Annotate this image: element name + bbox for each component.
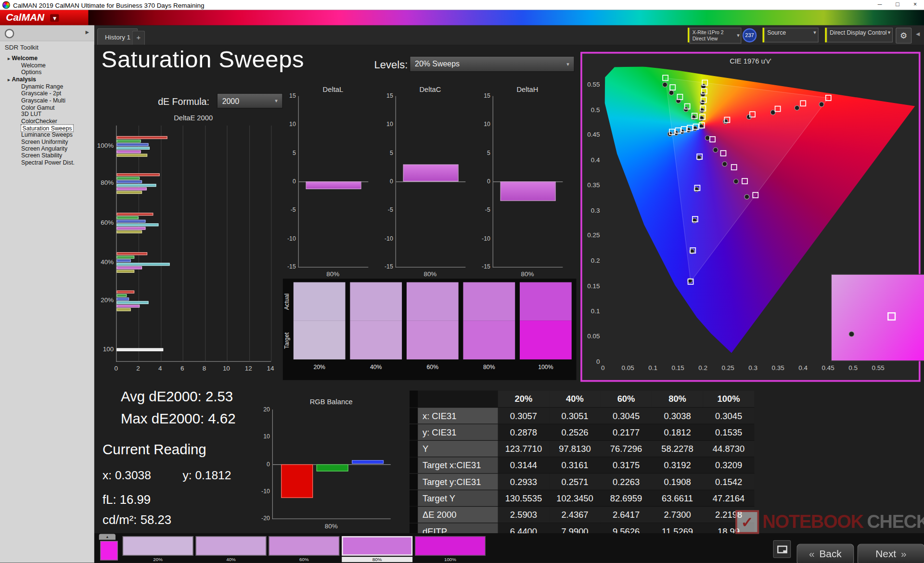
sidebar-item-screen-angularity[interactable]: Screen Angularity — [0, 145, 94, 152]
de-formula-dropdown[interactable]: 2000 ▾ — [217, 93, 283, 108]
tray-handle[interactable]: ▴ — [99, 534, 116, 539]
app-icon — [2, 1, 10, 9]
sidebar-item-grayscale-multi[interactable]: Grayscale - Multi — [0, 97, 94, 104]
measured-point — [744, 194, 749, 199]
display-control-dropdown[interactable]: Direct Display Control ▾ — [827, 28, 893, 43]
sidebar-item-luminance-sweeps[interactable]: Luminance Sweeps — [0, 131, 94, 138]
y-tick-label: -15 — [477, 263, 490, 269]
gridline — [139, 126, 139, 361]
deltae-plot — [116, 126, 271, 362]
sidebar-group-label: Welcome — [12, 55, 38, 61]
target-swatch — [350, 320, 402, 359]
display-layout-button[interactable] — [773, 540, 791, 558]
cie-y-tick-label: 0.3 — [583, 206, 600, 214]
sidebar-item-options[interactable]: Options — [0, 69, 94, 76]
watermark-text: NOTEBOOK — [762, 512, 863, 533]
deltae-bar-yellow — [116, 230, 142, 233]
table-value: 0.3038 — [652, 408, 703, 423]
sidebar-item-grayscale-2pt[interactable]: Grayscale - 2pt — [0, 90, 94, 97]
y-tick-label: 15 — [283, 92, 296, 99]
chevron-down-icon: ▾ — [888, 29, 891, 35]
levels-dropdown[interactable]: 20% Sweeps ▾ — [410, 56, 575, 72]
source-label: Source — [767, 29, 786, 36]
actual-swatch — [294, 282, 346, 321]
cie-y-tick-label: 0.2 — [583, 257, 600, 264]
cie-y-tick-label: 0 — [583, 358, 600, 365]
sidebar-group-welcome[interactable]: ▸Welcome — [0, 54, 94, 62]
patch-80[interactable]: 80% — [342, 535, 412, 563]
tree-arrow-icon: ▸ — [8, 77, 10, 83]
sidebar-item-label: Luminance Sweeps — [21, 131, 73, 138]
patch-60[interactable]: 60% — [269, 535, 339, 563]
de-formula-value: 2000 — [222, 96, 239, 105]
sidebar-collapse-arrow-icon[interactable]: ► — [84, 29, 90, 35]
levels-label: Levels: — [374, 59, 408, 71]
sidebar-item-welcome[interactable]: Welcome — [0, 62, 94, 69]
x-tick-label: 4 — [154, 365, 166, 372]
x-tick-label: 10 — [220, 365, 232, 372]
deltae-bar-red — [116, 290, 134, 293]
measurement-count-badge: 237 — [743, 28, 757, 42]
sidebar-item-screen-stability[interactable]: Screen Stability — [0, 152, 94, 159]
sidebar-item-dynamic-range[interactable]: Dynamic Range — [0, 83, 94, 90]
next-button[interactable]: Next » — [858, 544, 924, 563]
source-dropdown[interactable]: Source ▾ — [764, 28, 819, 43]
deltae-bar-red — [116, 212, 153, 215]
tab-history-label: History 1 — [105, 33, 130, 40]
patch-20[interactable]: 20% — [123, 535, 193, 563]
target-swatch — [463, 320, 515, 359]
cie-x-tick-label: 0.45 — [820, 364, 836, 371]
table-value: 0.1535 — [703, 424, 755, 440]
deltae-bar-yellow — [116, 308, 131, 311]
deltae-bar-magenta — [116, 227, 145, 230]
actual-swatch — [520, 282, 572, 321]
collapse-panel-icon[interactable]: ◄ — [914, 30, 921, 37]
settings-gear-button[interactable]: ⚙ — [896, 28, 911, 44]
cie-x-tick-label: 0.05 — [619, 364, 636, 371]
sidebar-item-colorchecker[interactable]: ColorChecker — [0, 118, 94, 125]
sidebar-item-spectral-power-dist[interactable]: Spectral Power Dist. — [0, 159, 94, 166]
table-row: ΔE 20002.59032.43672.64172.73002.2198 — [410, 507, 754, 523]
calman-app-window: CalMAN 2019 CalMAN Ultimate for Business… — [0, 0, 924, 563]
chart-deltac: DeltaC151050-5-10-1580% — [380, 86, 469, 283]
current-x-value: x: 0.3038 — [103, 468, 151, 482]
calman-logo-button[interactable]: CalMAN ▾ — [0, 10, 89, 26]
y-tick-label: 10 — [283, 121, 296, 127]
measured-point — [705, 136, 710, 141]
minimize-button[interactable]: ─ — [871, 0, 889, 10]
y-tick-label: -10 — [477, 235, 490, 241]
table-row: y: CIE310.28780.25260.21770.18120.1535 — [410, 424, 754, 441]
meter-dropdown[interactable]: X-Rite i1Pro 2 Direct View ▾ — [690, 28, 742, 44]
maximize-button[interactable]: □ — [889, 0, 907, 10]
sidebar-item-saturation-sweeps[interactable]: Saturation Sweeps — [0, 125, 94, 131]
close-button[interactable]: × — [906, 0, 924, 10]
sidebar: ► SDR Toolkit ▸WelcomeWelcomeOptions▸Ana… — [0, 26, 94, 563]
sidebar-item-3d-lut[interactable]: 3D LUT — [0, 111, 94, 117]
record-circle-icon[interactable] — [5, 29, 14, 38]
window-title: CalMAN 2019 CalMAN Ultimate for Business… — [13, 1, 871, 9]
table-value: 2.4367 — [549, 507, 601, 523]
y-tick-label: -5 — [380, 206, 393, 213]
table-row: dEITP6.44007.99009.562611.526918.99 — [410, 523, 754, 533]
patch-40[interactable]: 40% — [196, 535, 267, 563]
table-row: Target Y130.5535102.345082.695963.661147… — [410, 490, 754, 507]
cie-y-tick-label: 0.05 — [583, 333, 600, 340]
chart-title: RGB Balance — [272, 398, 390, 406]
mini-plot — [493, 96, 563, 268]
table-value: 0.2933 — [498, 473, 550, 489]
y-tick-label: -20 — [256, 515, 270, 521]
deltae-bar-blue — [116, 297, 128, 300]
table-value: 0.3045 — [703, 408, 755, 423]
patch-100[interactable]: 100% — [415, 535, 486, 563]
page-title: Saturation Sweeps — [102, 46, 305, 73]
sidebar-item-screen-uniformity[interactable]: Screen Uniformity — [0, 139, 94, 145]
rgb-bar-green — [317, 464, 348, 472]
current-cdm2-value: cd/m²: 58.23 — [103, 512, 171, 526]
row-label: Target Y — [410, 490, 498, 506]
add-tab-button[interactable]: + — [132, 31, 145, 45]
measured-point — [713, 148, 718, 153]
sidebar-group-analysis[interactable]: ▸Analysis — [0, 76, 94, 83]
back-button[interactable]: « Back — [797, 544, 854, 563]
table-row: Target y:CIE310.29330.25710.22630.19080.… — [410, 473, 754, 490]
sidebar-item-color-gamut[interactable]: Color Gamut — [0, 104, 94, 111]
